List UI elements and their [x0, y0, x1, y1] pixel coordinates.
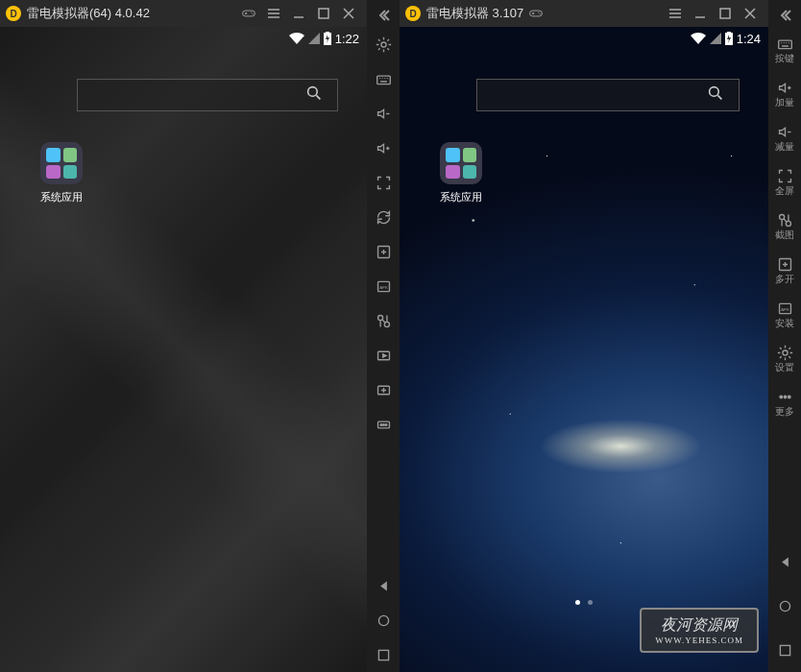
close-button[interactable] — [738, 0, 763, 27]
battery-icon — [725, 32, 733, 45]
svg-point-20 — [378, 615, 388, 625]
svg-rect-25 — [720, 9, 730, 18]
search-icon — [306, 85, 322, 105]
sidebar-left: APK — [367, 0, 400, 672]
svg-rect-27 — [727, 32, 731, 33]
recent-button[interactable] — [768, 628, 801, 672]
svg-point-7 — [380, 41, 385, 46]
record-button[interactable] — [367, 338, 400, 372]
watermark-title: 夜河资源网 — [655, 615, 743, 636]
home-button[interactable] — [367, 603, 400, 637]
android-screen-left[interactable]: 1:22 系统应用 — [0, 27, 367, 672]
window-title: 雷电模拟器(64) 4.0.42 — [27, 5, 150, 22]
svg-point-1 — [251, 12, 252, 12]
fullscreen-button[interactable]: 全屏 — [768, 159, 801, 204]
volume-up-button[interactable]: 加量 — [768, 71, 801, 115]
main-area-left: D 雷电模拟器(64) 4.0.42 1:22 系统应用 — [0, 0, 367, 672]
emulator-right: D 雷电模拟器 3.107 1:24 系统应用 — [400, 0, 801, 672]
svg-point-6 — [308, 87, 318, 97]
emulator-left: D 雷电模拟器(64) 4.0.42 1:22 系统应用 — [0, 0, 400, 672]
svg-point-19 — [385, 423, 387, 425]
svg-rect-0 — [243, 11, 255, 16]
volume-down-button[interactable] — [367, 96, 400, 131]
watermark-url: WWW.YEHES.COM — [655, 636, 743, 645]
battery-icon — [324, 32, 331, 45]
page-dot — [588, 600, 593, 605]
sync-button[interactable] — [367, 372, 400, 407]
folder-icon — [440, 142, 482, 184]
main-area-right: D 雷电模拟器 3.107 1:24 系统应用 — [400, 0, 768, 672]
sidebar-right: 按键 加量 减量 全屏 截图 多开 APK安装 设置 更多 — [768, 0, 801, 672]
volume-up-button[interactable] — [367, 131, 400, 165]
svg-point-35 — [782, 349, 787, 354]
gamepad-button[interactable] — [236, 0, 261, 27]
svg-point-38 — [788, 396, 790, 398]
svg-point-23 — [538, 12, 539, 12]
svg-text:APK: APK — [781, 307, 789, 312]
svg-point-2 — [253, 13, 254, 14]
settings-button[interactable] — [367, 27, 400, 61]
status-bar: 1:22 — [0, 27, 367, 50]
more-button[interactable] — [367, 407, 400, 442]
system-apps-folder[interactable]: 系统应用 — [430, 142, 492, 204]
svg-point-39 — [780, 601, 789, 611]
menu-button[interactable] — [261, 0, 286, 27]
recent-button[interactable] — [367, 637, 400, 672]
collapse-button[interactable] — [768, 4, 801, 27]
back-button[interactable] — [367, 568, 400, 603]
screenshot-button[interactable] — [367, 303, 400, 338]
page-indicator — [400, 600, 768, 605]
wifi-icon — [691, 33, 706, 44]
status-bar: 1:24 — [400, 27, 768, 50]
keyboard-button[interactable] — [367, 61, 400, 96]
system-apps-folder[interactable]: 系统应用 — [31, 142, 92, 204]
svg-point-18 — [382, 423, 384, 425]
multi-instance-button[interactable]: 多开 — [768, 248, 801, 292]
svg-point-28 — [710, 87, 719, 97]
install-apk-button[interactable]: APK安装 — [768, 292, 801, 336]
volume-down-button[interactable]: 减量 — [768, 115, 801, 159]
more-button[interactable]: 更多 — [768, 380, 801, 424]
home-button[interactable] — [768, 584, 801, 628]
back-button[interactable] — [768, 540, 801, 584]
settings-button[interactable]: 设置 — [768, 336, 801, 380]
signal-icon — [308, 33, 320, 44]
svg-rect-8 — [376, 76, 390, 84]
folder-icon — [40, 142, 83, 184]
rotate-button[interactable] — [367, 200, 400, 234]
titlebar-right: D 雷电模拟器 3.107 — [400, 0, 768, 27]
svg-rect-40 — [780, 645, 789, 655]
folder-label: 系统应用 — [430, 190, 492, 204]
titlebar-left: D 雷电模拟器(64) 4.0.42 — [0, 0, 367, 27]
menu-button[interactable] — [663, 0, 688, 27]
wifi-icon — [289, 33, 304, 44]
multi-instance-button[interactable] — [367, 234, 400, 269]
collapse-button[interactable] — [367, 4, 400, 27]
page-dot-active — [575, 600, 580, 605]
svg-rect-3 — [319, 9, 328, 18]
svg-rect-5 — [326, 32, 329, 33]
fullscreen-button[interactable] — [367, 165, 400, 200]
minimize-button[interactable] — [688, 0, 713, 27]
svg-point-37 — [784, 396, 787, 398]
keymap-button[interactable]: 按键 — [768, 27, 801, 71]
window-title: 雷电模拟器 3.107 — [426, 5, 523, 22]
svg-point-17 — [380, 423, 382, 425]
android-screen-right[interactable]: 1:24 系统应用 夜河资源网 WWW.YEHES.COM — [400, 27, 768, 672]
search-box[interactable] — [77, 79, 338, 111]
svg-rect-21 — [378, 650, 388, 660]
folder-label: 系统应用 — [31, 190, 92, 204]
maximize-button[interactable] — [713, 0, 738, 27]
screenshot-button[interactable]: 截图 — [768, 204, 801, 248]
install-apk-button[interactable]: APK — [367, 269, 400, 303]
search-icon — [708, 85, 723, 105]
gamepad-button[interactable] — [523, 0, 548, 27]
svg-point-24 — [540, 13, 541, 14]
svg-point-36 — [779, 396, 782, 398]
close-button[interactable] — [336, 0, 361, 27]
maximize-button[interactable] — [311, 0, 336, 27]
minimize-button[interactable] — [286, 0, 311, 27]
status-time: 1:22 — [335, 32, 359, 46]
logo-icon: D — [6, 6, 21, 21]
search-box[interactable] — [476, 79, 740, 111]
